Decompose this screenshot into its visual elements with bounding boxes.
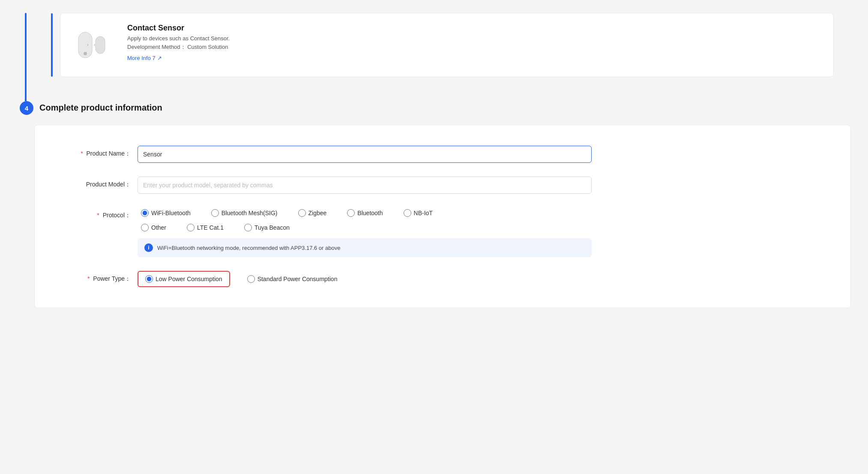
protocol-tuya-beacon[interactable]: Tuya Beacon [241,222,293,233]
protocol-other-radio[interactable] [141,224,149,231]
svg-text:›: › [87,42,88,47]
method-value: Custom Solution [187,44,228,50]
more-info-label: More Info 7 [127,55,156,61]
step-title: Complete product information [39,103,851,113]
step-4-section: 4 Complete product information * Product… [0,101,868,308]
info-icon: i [144,243,153,252]
vertical-line-2 [25,77,27,101]
method-label: Development Method： [127,44,186,50]
product-model-label: Product Model： [60,177,138,192]
power-type-label: * Power Type： [60,271,138,286]
protocol-row-1: WiFi-Bluetooth Bluetooth Mesh(SIG) Zigbe… [138,207,592,219]
protocol-lte-cat1-radio[interactable] [187,224,195,231]
external-link-icon: ↗ [157,55,162,61]
product-name-control [138,146,592,163]
protocol-zigbee-radio[interactable] [298,209,306,217]
power-type-row: * Power Type： Low Power Consumption [60,271,825,287]
protocol-wifi-bluetooth[interactable]: WiFi-Bluetooth [138,207,194,219]
protocol-bluetooth-radio[interactable] [347,209,355,217]
power-type-options: Low Power Consumption Standard Power Con… [138,271,592,287]
form-card: * Product Name： Product Model： * [34,125,851,308]
product-name-row: * Product Name： [60,146,825,163]
protocol-other[interactable]: Other [138,222,170,233]
standard-power-option[interactable]: Standard Power Consumption [244,273,341,285]
product-model-input[interactable] [138,177,592,194]
card-description: Apply to devices such as Contact Sensor. [127,35,820,42]
step-badge: 4 [20,101,33,115]
protocol-label: * Protocol： [60,207,138,223]
required-star: * [81,150,83,157]
product-model-control [138,177,592,194]
page-wrapper: › ‹ Contact Sensor Apply to devices such… [0,0,868,474]
device-image: › ‹ [74,24,117,66]
protocol-bluetooth[interactable]: Bluetooth [344,207,386,219]
product-name-input[interactable] [138,146,592,163]
protocol-info-text: WiFi+Bluetooth networking mode, recommen… [157,245,340,251]
svg-text:‹: ‹ [94,42,95,47]
protocol-row: * Protocol： WiFi-Bluetooth Bluetooth Mes… [60,207,825,257]
standard-power-radio[interactable] [247,275,255,283]
step-header: Complete product information [39,101,851,113]
low-power-radio[interactable] [145,275,153,283]
required-star-power: * [87,275,90,282]
power-type-control: Low Power Consumption Standard Power Con… [138,271,592,287]
protocol-row-2: Other LTE Cat.1 Tuya Beacon [138,222,592,233]
required-star-protocol: * [97,212,99,219]
protocol-control: WiFi-Bluetooth Bluetooth Mesh(SIG) Zigbe… [138,207,592,257]
protocol-tuya-beacon-radio[interactable] [244,224,252,231]
low-power-option[interactable]: Low Power Consumption [145,275,222,283]
card-method: Development Method： Custom Solution [127,43,820,51]
protocol-wifi-bluetooth-radio[interactable] [141,209,149,217]
protocol-nb-iot-radio[interactable] [404,209,411,217]
protocol-info-banner: i WiFi+Bluetooth networking mode, recomm… [138,238,592,257]
protocol-lte-cat1[interactable]: LTE Cat.1 [183,222,227,233]
step-spacer [34,77,868,101]
contact-sensor-card: › ‹ Contact Sensor Apply to devices such… [60,13,834,77]
step-number: 4 [25,105,28,112]
protocol-bluetooth-mesh[interactable]: Bluetooth Mesh(SIG) [208,207,281,219]
more-info-link[interactable]: More Info 7 ↗ [127,55,162,61]
low-power-box: Low Power Consumption [138,271,230,287]
product-model-row: Product Model： [60,177,825,194]
svg-rect-2 [96,36,105,54]
protocol-bluetooth-mesh-radio[interactable] [211,209,219,217]
product-name-label: * Product Name： [60,146,138,161]
card-info: Contact Sensor Apply to devices such as … [127,24,820,61]
protocol-zigbee[interactable]: Zigbee [295,207,330,219]
protocol-nb-iot[interactable]: NB-IoT [400,207,436,219]
svg-point-1 [84,52,87,55]
card-title: Contact Sensor [127,24,820,33]
